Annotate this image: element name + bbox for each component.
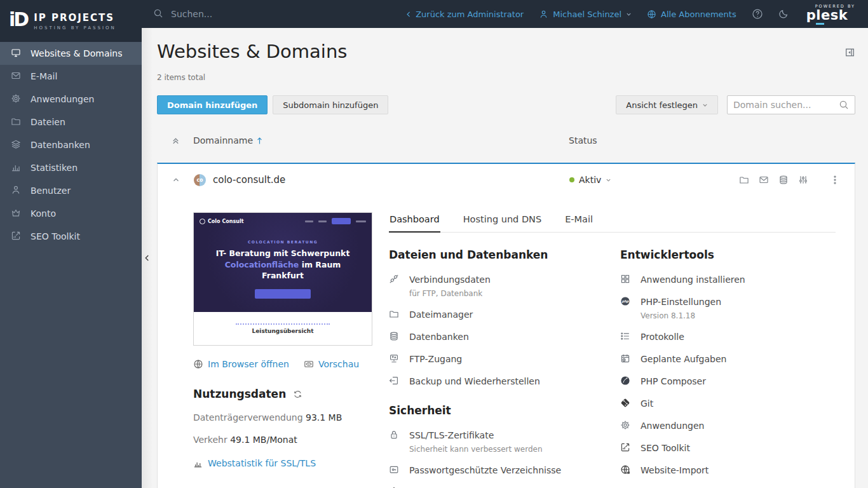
tool-git[interactable]: Git: [620, 397, 836, 409]
preview-eyebrow: COLOCATION BERATUNG: [200, 240, 366, 244]
domain-quick-actions: [738, 174, 841, 186]
sidebar-item-anwendungen[interactable]: Anwendungen: [0, 88, 142, 111]
help-icon[interactable]: [752, 8, 763, 20]
domain-card-header: co colo-consult.de Aktiv: [158, 164, 855, 196]
domain-search-input[interactable]: [733, 100, 839, 110]
sidebar-collapse-handle[interactable]: [142, 28, 153, 488]
plesk-logo[interactable]: POWERED BY plesk: [806, 4, 855, 25]
envelope-icon: [759, 175, 769, 185]
section-title: Sicherheit: [389, 404, 604, 417]
grid-icon: [620, 274, 632, 285]
section-dateien-und-datenbanken: Dateien und DatenbankenVerbindungsdatenf…: [389, 248, 604, 387]
domain-name-link[interactable]: colo-consult.de: [213, 174, 285, 186]
git-icon: [620, 398, 632, 409]
column-header-domainname[interactable]: Domainname: [193, 135, 263, 146]
tool-datenbanken[interactable]: Datenbanken: [389, 330, 604, 342]
usage-section-title: Nutzungsdaten: [193, 388, 286, 400]
toolbar: Domain hinzufügen Subdomain hinzufügen A…: [157, 95, 855, 114]
ip-projects-logo-mark-icon: iD: [9, 10, 27, 32]
globe-icon: [647, 10, 656, 19]
tab-e-mail[interactable]: E-Mail: [564, 212, 593, 232]
composer-icon: [620, 376, 632, 387]
sidebar-item-benutzer[interactable]: Benutzer: [0, 179, 142, 202]
content-area: Websites & Domains 2 items total Domain …: [142, 28, 868, 488]
hosting-settings-button[interactable]: [797, 174, 809, 186]
gear-icon: [620, 420, 632, 431]
sidebar-item-e-mail[interactable]: E-Mail: [0, 65, 142, 88]
tool-anwendung-installieren[interactable]: Anwendung installieren: [620, 273, 836, 285]
tool-protokolle[interactable]: Protokolle: [620, 330, 836, 342]
tool-anwendungen[interactable]: Anwendungen: [620, 419, 836, 431]
layers-icon: [11, 139, 22, 151]
user-menu[interactable]: Michael Schinzel: [539, 10, 632, 19]
tool-ftp-zugang[interactable]: FTP-Zugang: [389, 353, 604, 365]
connection-icon: [389, 274, 400, 285]
tab-hosting-und-dns[interactable]: Hosting und DNS: [463, 212, 542, 232]
files-button[interactable]: [738, 174, 750, 186]
more-button[interactable]: [829, 174, 841, 186]
ip-projects-logo[interactable]: iD IP PROJECTS HOSTING BY PASSION: [0, 0, 142, 42]
web-statistics-icon: [193, 459, 203, 468]
collapse-row-icon[interactable]: [172, 175, 180, 184]
calendar-icon: [620, 353, 632, 365]
sidebar-item-seo-toolkit[interactable]: SEO Toolkit: [0, 225, 142, 248]
sidebar-item-statistiken[interactable]: Statistiken: [0, 156, 142, 179]
refresh-icon[interactable]: [293, 390, 302, 399]
back-to-administrator-link[interactable]: Zurück zum Administrator: [406, 10, 524, 19]
tool-php-einstellungen[interactable]: phpPHP-EinstellungenVersion 8.1.18: [620, 295, 836, 320]
global-search-input[interactable]: [171, 9, 362, 19]
preview-link[interactable]: Vorschau: [304, 359, 359, 369]
domain-search[interactable]: [727, 95, 855, 114]
chart-icon: [11, 162, 22, 173]
collapse-panel-icon[interactable]: [844, 47, 855, 58]
tool-ssl-tls-zertifikate[interactable]: SSL/TLS-ZertifikateSicherheit kann verbe…: [389, 429, 604, 454]
tool-php-composer[interactable]: PHP Composer: [620, 375, 836, 387]
sidebar-item-dateien[interactable]: Dateien: [0, 111, 142, 133]
logo-title: IP PROJECTS: [34, 12, 116, 24]
column-header-status: Status: [569, 135, 597, 146]
all-subscriptions-link[interactable]: Alle Abonnements: [647, 10, 736, 19]
sidebar-item-konto[interactable]: Konto: [0, 202, 142, 225]
set-view-button[interactable]: Ansicht festlegen: [616, 95, 718, 114]
search-icon[interactable]: [839, 100, 849, 110]
website-preview-thumbnail[interactable]: Colo Consult COLOCATION BERATUNG: [193, 212, 372, 346]
status-dropdown[interactable]: Aktiv: [569, 175, 611, 185]
mail-button[interactable]: [758, 174, 770, 186]
sidebar-item-websites-domains[interactable]: Websites & Domains: [0, 42, 142, 65]
domain-card: co colo-consult.de Aktiv: [157, 163, 855, 488]
tool-backup-und-wiederherstellen[interactable]: Backup und Wiederherstellen: [389, 375, 604, 387]
add-subdomain-button[interactable]: Subdomain hinzufügen: [273, 95, 388, 114]
globe-icon: [193, 359, 203, 369]
lock-icon: [389, 430, 400, 441]
tool-verbindungsdaten[interactable]: Verbindungsdatenfür FTP, Datenbank: [389, 273, 604, 298]
tool-dateimanager[interactable]: Dateimanager: [389, 308, 604, 320]
section-entwicklertools: EntwicklertoolsAnwendung installierenphp…: [620, 248, 836, 476]
website-preview-footer: Leistungsübersicht: [194, 312, 372, 345]
user-icon: [11, 185, 22, 196]
logo-subtitle: HOSTING BY PASSION: [34, 25, 116, 30]
preview-hero-button: [255, 289, 311, 299]
tool-geplante-aufgaben[interactable]: Geplante Aufgaben: [620, 353, 836, 365]
collapse-all-icon[interactable]: [171, 136, 180, 146]
open-in-browser-link[interactable]: Im Browser öffnen: [193, 359, 289, 369]
add-domain-button[interactable]: Domain hinzufügen: [157, 95, 268, 114]
website-preview-hero: Colo Consult COLOCATION BERATUNG: [194, 213, 372, 312]
list-icon: [620, 331, 632, 342]
folder-icon: [389, 309, 400, 320]
databases-button[interactable]: [778, 174, 789, 186]
dark-mode-moon-icon[interactable]: [778, 8, 790, 20]
tool-website-import[interactable]: Website-Import: [620, 464, 836, 476]
tool-passwortgesch-tzte-verzeichnisse[interactable]: Passwortgeschützte Verzeichnisse: [389, 464, 604, 476]
tool-seo-toolkit[interactable]: SEO Toolkit: [620, 442, 836, 454]
section-title: Entwicklertools: [620, 248, 836, 261]
preview-heading: IT- Beratung mit Schwerpunkt Colocationf…: [200, 248, 366, 281]
web-statistics-link[interactable]: Webstatistik für SSL/TLS: [208, 458, 316, 468]
gear-icon: [11, 93, 22, 105]
php-icon: php: [620, 296, 632, 308]
disk-usage-row: Datenträgerverwendung 93.1 MB: [193, 412, 372, 423]
sidebar-item-datenbanken[interactable]: Datenbanken: [0, 133, 142, 156]
global-search[interactable]: [153, 8, 406, 20]
items-total: 2 items total: [157, 73, 855, 82]
page-title: Websites & Domains: [157, 41, 347, 62]
tab-dashboard[interactable]: Dashboard: [389, 212, 440, 233]
